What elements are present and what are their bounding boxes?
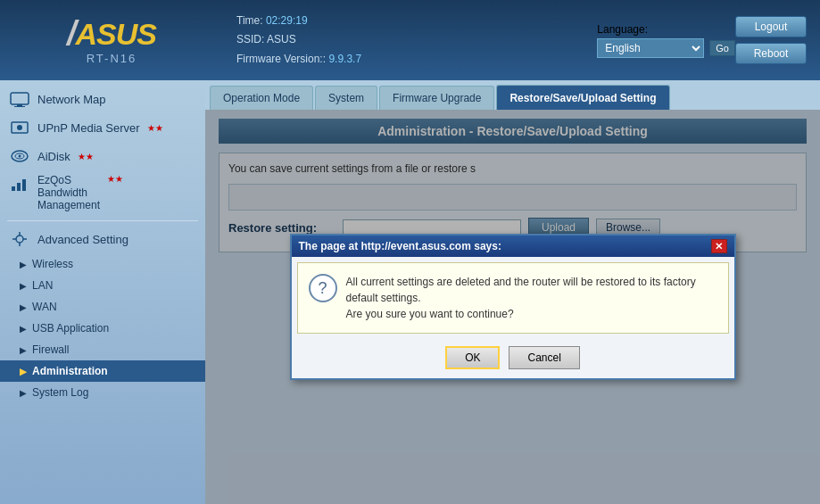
dialog-buttons: OK Cancel [292, 339, 734, 378]
ezqos-label: EzQoS Bandwidth Management [37, 174, 100, 211]
main-layout: Network Map UPnP Media Server ★★ AiDisk [0, 80, 820, 504]
time-value[interactable]: 02:29:19 [266, 14, 308, 27]
logout-button[interactable]: Logout [735, 16, 807, 37]
language-area: Language: English 中文(繁體) 中文(简体) 日本語 Go [597, 23, 735, 58]
dialog-message: All current settings are deleted and the… [346, 274, 717, 322]
sidebar-sub-wireless[interactable]: ▶ Wireless [0, 253, 205, 275]
svg-rect-2 [14, 106, 25, 107]
dialog-body: ? All current settings are deleted and t… [297, 262, 729, 334]
header: /ASUS RT-N16 Time: 02:29:19 SSID: ASUS F… [0, 0, 820, 80]
dialog-question-icon: ? [309, 274, 337, 302]
language-go-button[interactable]: Go [709, 40, 735, 56]
lan-label: LAN [32, 279, 53, 292]
svg-point-7 [19, 155, 21, 158]
header-info: Time: 02:29:19 SSID: ASUS Firmware Versi… [210, 12, 597, 70]
svg-rect-1 [17, 104, 22, 106]
sidebar-sub-lan[interactable]: ▶ LAN [0, 275, 205, 296]
upnp-icon [9, 119, 30, 136]
ezqos-icon [9, 174, 30, 192]
syslog-arrow-icon: ▶ [20, 388, 27, 398]
sidebar-item-aidisk[interactable]: AiDisk ★★ [0, 142, 205, 170]
usb-label: USB Application [32, 322, 109, 335]
dialog-message-line1: All current settings are deleted and the… [346, 274, 717, 306]
upnp-badge: ★★ [147, 123, 163, 133]
ssid-label: SSID: [236, 33, 264, 45]
sidebar-item-advanced[interactable]: Advanced Setting [0, 225, 205, 253]
sidebar-sub-usb[interactable]: ▶ USB Application [0, 318, 205, 339]
admin-label: Administration [32, 365, 108, 377]
sidebar-sub-syslog[interactable]: ▶ System Log [0, 382, 205, 403]
model-name: RT-N16 [87, 52, 137, 65]
firmware-label: Firmware Version:: [236, 53, 326, 65]
sidebar-sub-firewall[interactable]: ▶ Firewall [0, 339, 205, 360]
aidisk-icon [9, 147, 30, 165]
language-select[interactable]: English 中文(繁體) 中文(简体) 日本語 [597, 38, 704, 58]
firmware-value[interactable]: 9.9.3.7 [328, 53, 361, 65]
dialog-close-button[interactable]: ✕ [711, 239, 727, 253]
svg-rect-0 [11, 93, 29, 104]
admin-arrow-icon: ▶ [20, 367, 27, 376]
network-map-label: Network Map [37, 93, 106, 106]
language-label: Language: [597, 23, 648, 36]
logo-area: /ASUS RT-N16 [13, 16, 210, 65]
tab-operation-mode[interactable]: Operation Mode [210, 86, 313, 110]
wan-label: WAN [32, 301, 57, 313]
aidisk-badge: ★★ [78, 152, 94, 161]
dialog: The page at http://event.asus.com says: … [290, 234, 736, 380]
svg-rect-8 [12, 186, 15, 191]
tab-bar: Operation Mode System Firmware Upgrade R… [205, 80, 820, 110]
advanced-label: Advanced Setting [37, 233, 128, 246]
content-area: Administration - Restore/Save/Upload Set… [205, 110, 820, 504]
aidisk-label: AiDisk [37, 150, 70, 163]
reboot-button[interactable]: Reboot [735, 43, 807, 64]
wireless-arrow-icon: ▶ [20, 260, 27, 269]
ssid-value: ASUS [267, 33, 296, 45]
sidebar: Network Map UPnP Media Server ★★ AiDisk [0, 80, 205, 504]
header-buttons: Logout Reboot [735, 16, 807, 64]
dialog-overlay: The page at http://event.asus.com says: … [205, 110, 820, 504]
sidebar-divider-1 [7, 220, 198, 221]
sidebar-sub-administration[interactable]: ▶ Administration [0, 360, 205, 382]
svg-point-11 [16, 235, 23, 243]
svg-rect-9 [17, 183, 21, 191]
dialog-titlebar: The page at http://event.asus.com says: … [292, 235, 734, 257]
dialog-message-line2: Are you sure you want to continue? [346, 306, 717, 322]
tab-restore-save-upload[interactable]: Restore/Save/Upload Setting [496, 85, 669, 110]
tab-firmware-upgrade[interactable]: Firmware Upgrade [379, 86, 494, 110]
firewall-arrow-icon: ▶ [20, 345, 27, 355]
sidebar-item-network-map[interactable]: Network Map [0, 85, 205, 113]
network-map-icon [9, 90, 30, 108]
logo: /ASUS [67, 16, 156, 50]
dialog-ok-button[interactable]: OK [445, 346, 500, 369]
wan-arrow-icon: ▶ [20, 302, 27, 312]
sidebar-item-ezqos[interactable]: EzQoS Bandwidth Management ★★ [0, 170, 205, 217]
dialog-content: ? All current settings are deleted and t… [309, 274, 717, 322]
svg-point-4 [17, 125, 22, 130]
sidebar-sub-wan[interactable]: ▶ WAN [0, 296, 205, 318]
wireless-label: Wireless [32, 258, 73, 270]
dialog-cancel-button[interactable]: Cancel [509, 346, 579, 369]
advanced-icon [9, 230, 30, 248]
time-label: Time: [236, 14, 263, 27]
lan-arrow-icon: ▶ [20, 281, 27, 291]
dialog-title: The page at http://event.asus.com says: [299, 240, 501, 252]
main-content: Operation Mode System Firmware Upgrade R… [205, 80, 820, 504]
ezqos-badge: ★★ [107, 174, 123, 184]
usb-arrow-icon: ▶ [20, 324, 27, 334]
svg-rect-10 [22, 179, 26, 191]
sidebar-item-upnp[interactable]: UPnP Media Server ★★ [0, 113, 205, 142]
syslog-label: System Log [32, 386, 88, 399]
firewall-label: Firewall [32, 343, 69, 356]
upnp-label: UPnP Media Server [37, 121, 140, 135]
tab-system[interactable]: System [315, 86, 377, 110]
